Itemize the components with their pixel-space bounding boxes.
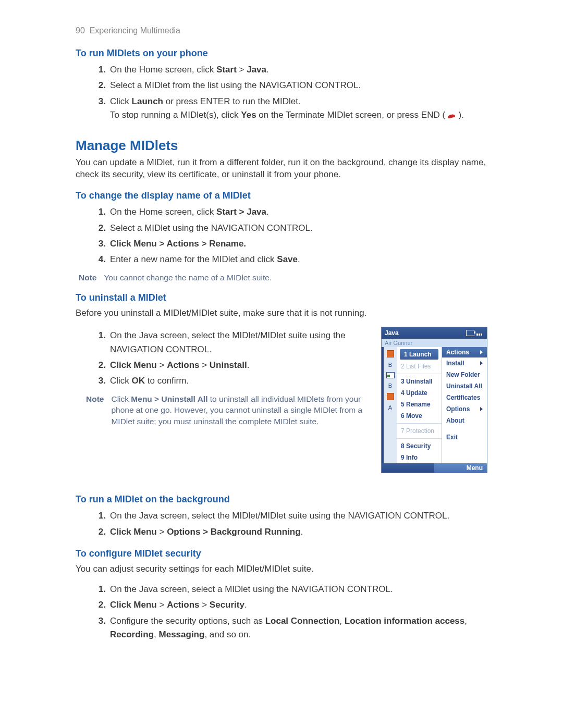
running-header: 90 Experiencing Multimedia [76, 26, 487, 35]
step-text: Enter a new name for the MIDlet and clic… [110, 253, 487, 266]
menu-item[interactable]: 3 Uninstall [397, 376, 442, 387]
note-uninstall: Note Click Menu > Uninstall All to unins… [79, 393, 372, 427]
manage-intro: You can update a MIDlet, run it from a d… [76, 157, 487, 181]
step-text: On the Home screen, click Start > Java. [110, 205, 487, 219]
menu-item: 2 List Files [397, 361, 442, 372]
menu-item-actions[interactable]: Actions [442, 347, 487, 357]
steps-change-name: 1. On the Home screen, click Start > Jav… [76, 205, 487, 266]
step-num: 1. [95, 63, 106, 77]
step-text: Select a MIDlet using the NAVIGATION CON… [110, 221, 487, 235]
step-text: On the Java screen, select the MIDlet/MI… [110, 329, 372, 356]
phone-highlighted-row: Air Gunner [382, 339, 487, 347]
heading-security: To configure MIDlet security [76, 548, 487, 559]
step-text: Click Menu > Actions > Uninstall. [110, 359, 372, 372]
menu-item[interactable]: 5 Rename [397, 399, 442, 410]
page-number: 90 [76, 26, 85, 35]
steps-uninstall: 1. On the Java screen, select the MIDlet… [76, 329, 372, 388]
phone-softkeys: Menu [382, 463, 487, 473]
step-num: 3. [95, 237, 106, 251]
battery-icon [466, 330, 474, 336]
menu-item[interactable]: 8 Security [397, 440, 442, 452]
step-num: 3. [95, 374, 106, 388]
step-text: Configure the security options, such as … [110, 614, 487, 642]
heading-manage-midlets: Manage MIDlets [76, 138, 487, 154]
heading-change-display-name: To change the display name of a MIDlet [76, 190, 487, 201]
steps-security: 1. On the Java screen, select a MIDlet u… [76, 583, 487, 641]
menu-item[interactable]: 9 Info [397, 452, 442, 463]
phone-actions-submenu: 1 Launch 2 List Files 3 Uninstall 4 Upda… [397, 347, 442, 463]
step-text: Select a MIDlet from the list using the … [110, 79, 487, 92]
menu-item[interactable]: New Folder [442, 369, 487, 380]
softkey-left[interactable] [382, 463, 434, 473]
menu-item[interactable]: Exit [442, 431, 487, 443]
step-text: Click OK to confirm. [110, 374, 372, 388]
heading-background: To run a MIDlet on the background [76, 494, 487, 505]
step-num: 2. [95, 359, 106, 372]
step-num: 4. [95, 253, 106, 266]
step-num: 3. [95, 614, 106, 642]
menu-item: 7 Protection [397, 425, 442, 437]
note-label: Note [79, 272, 96, 283]
step-num: 1. [95, 329, 106, 356]
step-text: On the Java screen, select a MIDlet usin… [110, 583, 487, 596]
end-call-icon [448, 112, 456, 119]
steps-run-midlets: 1. On the Home screen, click Start > Jav… [76, 63, 487, 122]
app-icon [387, 350, 394, 357]
note-text: You cannot change the name of a MIDlet s… [104, 272, 487, 283]
steps-background: 1. On the Java screen, select the MIDlet… [76, 509, 487, 539]
menu-item[interactable]: Install [442, 357, 487, 369]
step-num: 2. [95, 79, 106, 92]
heading-run-midlets: To run MIDlets on your phone [76, 48, 487, 59]
status-icons [466, 330, 484, 336]
step-num: 1. [95, 509, 106, 523]
document-page: 90 Experiencing Multimedia To run MIDlet… [0, 0, 563, 728]
step-num: 1. [95, 583, 106, 596]
menu-item[interactable]: Certificates [442, 392, 487, 403]
step-text: Click Menu > Actions > Security. [110, 598, 487, 612]
step-text: Click Menu > Options > Background Runnin… [110, 525, 487, 539]
menu-item[interactable]: 1 Launch [400, 349, 438, 360]
note-text: Click Menu > Uninstall All to uninstall … [111, 393, 372, 427]
menu-item[interactable]: Options [442, 403, 487, 415]
step-num: 1. [95, 205, 106, 219]
phone-title: Java [385, 329, 399, 337]
menu-item[interactable]: About [442, 415, 487, 426]
app-icon [387, 393, 394, 400]
app-icon [386, 372, 395, 378]
phone-main-menu: Actions Install New Folder Uninstall All… [442, 347, 487, 463]
menu-item[interactable]: 4 Update [397, 387, 442, 399]
step-num: 2. [95, 598, 106, 612]
note-change-name: Note You cannot change the name of a MID… [79, 272, 487, 283]
uninstall-intro: Before you uninstall a MIDlet/MIDlet sui… [76, 307, 487, 319]
menu-item[interactable]: 6 Move [397, 410, 442, 422]
step-num: 2. [95, 525, 106, 539]
phone-screenshot: Java Air Gunner B B A 1 Launch 2 List F [381, 327, 487, 473]
step-num: 2. [95, 221, 106, 235]
step-text: On the Java screen, select the MIDlet/MI… [110, 509, 487, 523]
menu-item[interactable]: Uninstall All [442, 380, 487, 392]
signal-icon [476, 330, 484, 336]
step-text: On the Home screen, click Start > Java. [110, 63, 487, 77]
step-num: 3. [95, 95, 106, 122]
note-label: Note [86, 393, 104, 427]
phone-body: B B A 1 Launch 2 List Files 3 Uninstall … [382, 347, 487, 463]
security-intro: You can adjust security settings for eac… [76, 563, 487, 575]
phone-app-list: B B A [384, 347, 397, 463]
chapter-title: Experiencing Multimedia [90, 26, 180, 35]
heading-uninstall: To uninstall a MIDlet [76, 292, 487, 303]
phone-titlebar: Java [382, 327, 487, 339]
softkey-right-menu[interactable]: Menu [434, 463, 487, 473]
step-text: Click Launch or press ENTER to run the M… [110, 95, 487, 122]
step-text: Click Menu > Actions > Rename. [110, 237, 487, 251]
